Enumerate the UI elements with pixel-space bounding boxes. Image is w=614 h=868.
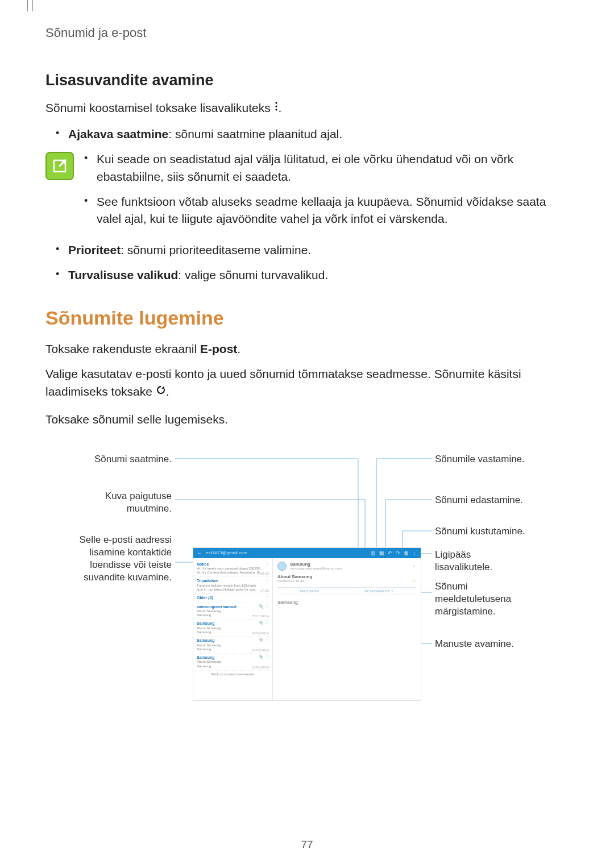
- bullet-turvalisus-label: Turvalisuse valikud: [68, 268, 178, 281]
- attach-icon: 📎: [259, 638, 264, 642]
- list-footer: Flick up to load more emails: [197, 671, 269, 678]
- star-icon[interactable]: ☆: [265, 638, 269, 642]
- svg-point-0: [275, 102, 277, 104]
- li-line: Trendsm holiday rentals from £58/night: [197, 584, 269, 588]
- list-item[interactable]: Samsung About Samsung Samsung 📎☆ 07/07/2…: [197, 637, 269, 654]
- ss-header: ← est1413@gmail.com ▥ ▦ ↶ ↷ 🗑 ⋮: [193, 548, 421, 558]
- bullet-ajakava: Ajakava saatmine: sõnumi saatmine plaani…: [45, 126, 569, 143]
- li-title: samsungusermanual: [197, 605, 269, 609]
- li-title: Tripadvisor: [197, 579, 269, 583]
- li-line: About Samsung: [197, 609, 269, 613]
- li-date: 07/07/2014: [252, 649, 269, 652]
- li-line: About Samsung: [197, 626, 269, 630]
- callout-left-2b: muutmine.: [127, 503, 172, 514]
- ss-toolbar: ▥ ▦ ↶ ↷ 🗑 ⋮: [371, 550, 417, 556]
- layout-icon[interactable]: ▦: [379, 550, 384, 556]
- callout-left-3d: suvandite kuvamine.: [84, 572, 172, 583]
- email-app-screenshot: ← est1413@gmail.com ▥ ▦ ↶ ↷ 🗑 ⋮ Notice H…: [193, 548, 421, 700]
- sec-p2-b: .: [166, 385, 169, 398]
- li-date: 05/10/2014: [252, 614, 269, 618]
- callout-left-3a: Selle e-posti aadressi: [79, 534, 172, 545]
- callout-right-4a: Ligipääs: [435, 549, 471, 560]
- ss-from[interactable]: Samsung samsungusermanual@yahoo.com: [277, 562, 416, 571]
- chevron-up-icon[interactable]: ⌃: [265, 595, 269, 600]
- li-title: Samsung: [197, 655, 269, 660]
- intro-text-a: Sõnumi koostamisel toksake lisavalikutek…: [45, 101, 274, 114]
- bullet-prioriteet: Prioriteet: sõnumi prioriteeditaseme val…: [45, 242, 569, 259]
- li-title: Samsung: [197, 621, 269, 626]
- callout-right-5b: meeldetuletusena: [435, 593, 511, 604]
- flag-star-icon[interactable]: ☆: [412, 579, 416, 584]
- from-addr: samsungusermanual@yahoo.com: [290, 567, 342, 570]
- callout-left-3: Selle e-posti aadressi lisamine kontakti…: [45, 534, 172, 584]
- star-icon[interactable]: ☆: [265, 604, 269, 609]
- li-line: Hi, It's here's your personal digest 280…: [197, 567, 269, 571]
- callout-left-3c: loendisse või teiste: [90, 559, 172, 570]
- compose-icon[interactable]: ▥: [371, 550, 376, 556]
- list-item[interactable]: samsungusermanual About Samsung Samsung …: [197, 603, 269, 620]
- callout-right-6: Manuste avamine.: [435, 638, 514, 650]
- li-line: Just in: our latest Holiday picks for yo…: [197, 588, 269, 592]
- bullet-ajakava-text: : sõnumi saatmine plaanitud ajal.: [168, 127, 342, 140]
- from-name: Samsung: [290, 562, 342, 567]
- list-item[interactable]: Notice Hi, It's here's your personal dig…: [197, 560, 269, 578]
- sec-p3: Toksake sõnumil selle lugemiseks.: [45, 411, 569, 428]
- sec-p2-a: Valige kasutatav e-posti konto ja uued s…: [45, 367, 521, 397]
- tab-message[interactable]: MESSAGE: [300, 589, 319, 593]
- star-icon[interactable]: ☆: [265, 578, 269, 583]
- note-item-1: Kui seade on seadistatud ajal välja lüli…: [81, 151, 569, 185]
- more-options-icon: [274, 99, 279, 116]
- sec-p2: Valige kasutatav e-posti konto ja uued s…: [45, 366, 569, 401]
- more-icon[interactable]: ⋮: [412, 550, 417, 556]
- attach-icon: 📎: [259, 604, 264, 609]
- bullet-turvalisus: Turvalisuse valikud: valige sõnumi turva…: [45, 267, 569, 284]
- reply-icon[interactable]: ↶: [388, 550, 392, 556]
- msg-body-from: Samsung: [277, 600, 416, 605]
- star-icon[interactable]: ☆: [265, 621, 269, 625]
- expand-icon[interactable]: ⌄: [412, 563, 416, 568]
- attach-icon: 📎: [259, 655, 264, 659]
- diagram: Sõnumi saatmine. Kuva paigutuse muutmine…: [45, 440, 569, 713]
- avatar: [277, 562, 287, 571]
- intro-paragraph: Sõnumi koostamisel toksake lisavalikutek…: [45, 99, 569, 118]
- li-title: Samsung: [197, 638, 269, 643]
- subject-meta: 05/08/2014 19:39: [277, 579, 416, 583]
- callout-left-2a: Kuva paigutuse: [105, 491, 172, 501]
- li-time: 17:55: [260, 589, 269, 592]
- li-line: About Samsung: [197, 643, 269, 647]
- star-icon[interactable]: ☆: [265, 562, 269, 566]
- callout-left-2: Kuva paigutuse muutmine.: [45, 490, 172, 515]
- bullet-prioriteet-label: Prioriteet: [68, 243, 121, 256]
- svg-point-2: [275, 109, 277, 111]
- running-head: Sõnumid ja e-post: [45, 26, 569, 40]
- li-line: Hi, It's Content that matters. Anywhere.…: [197, 571, 269, 575]
- list-item[interactable]: Samsung About Samsung Samsung 📎☆ 28/09/2…: [197, 620, 269, 637]
- list-item[interactable]: Tripadvisor Trendsm holiday rentals from…: [197, 577, 269, 594]
- back-icon[interactable]: ←: [197, 550, 202, 556]
- note-icon: [45, 152, 74, 180]
- list-item[interactable]: Samsung About Samsung Samsung 📎☆ 12/06/2…: [197, 654, 269, 671]
- callout-right-3: Sõnumi kustutamine.: [435, 525, 525, 538]
- refresh-icon: [156, 383, 166, 400]
- callout-left-3b: lisamine kontaktide: [89, 547, 172, 558]
- bullet-ajakava-label: Ajakava saatmine: [68, 127, 168, 140]
- delete-icon[interactable]: 🗑: [404, 550, 409, 556]
- callout-right-5: Sõnumi meeldetuletusena märgistamine.: [435, 580, 511, 618]
- ss-message-view: ⌄ Samsung samsungusermanual@yahoo.com Ab…: [273, 558, 421, 700]
- callout-right-4b: lisavalikutele.: [435, 562, 492, 572]
- star-icon[interactable]: ☆: [265, 655, 269, 659]
- page-number: 77: [0, 838, 614, 851]
- subject: About Samsung: [277, 574, 416, 579]
- li-title: Notice: [197, 562, 269, 567]
- bullet-turvalisus-text: : valige sõnumi turvavalikud.: [178, 268, 328, 281]
- callout-right-1: Sõnumile vastamine.: [435, 453, 525, 466]
- section-title: Sõnumite lugemine: [45, 307, 569, 329]
- li-line: About Samsung: [197, 660, 269, 664]
- forward-icon[interactable]: ↷: [396, 550, 400, 556]
- li-date: 28/09/2014: [252, 632, 269, 635]
- sec-p1-bold: E-post: [200, 342, 237, 355]
- tab-attachment[interactable]: ATTACHMENT 1: [364, 589, 393, 593]
- note-item-2: See funktsioon võtab aluseks seadme kell…: [81, 193, 569, 228]
- callout-right-5a: Sõnumi: [435, 581, 468, 592]
- callout-left-1: Sõnumi saatmine.: [45, 453, 172, 466]
